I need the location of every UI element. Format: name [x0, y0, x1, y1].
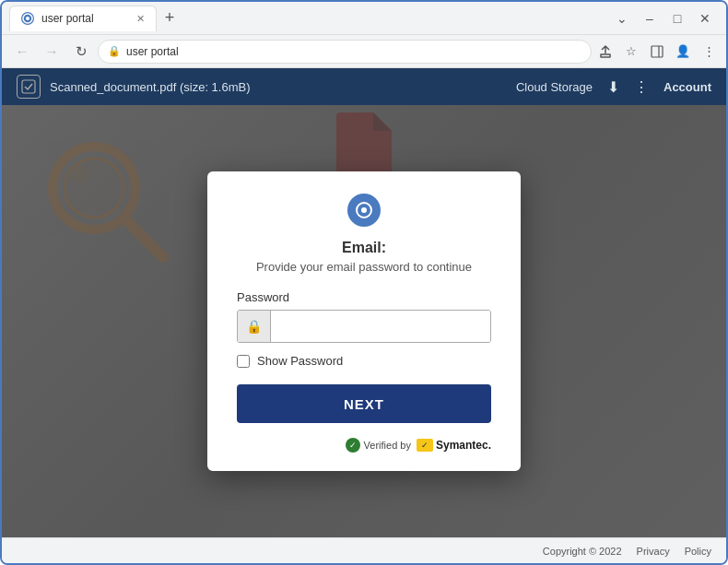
tab-title: user portal — [41, 12, 94, 25]
svg-point-10 — [361, 207, 367, 213]
verified-check-icon: ✓ — [346, 438, 360, 453]
tab-favicon — [21, 12, 34, 25]
url-text: user portal — [126, 45, 581, 58]
password-input-wrapper: 🔒 — [237, 310, 491, 343]
sidebar-icon[interactable] — [647, 41, 667, 62]
minimize-icon[interactable]: – — [640, 8, 660, 29]
header-more-icon[interactable]: ⋮ — [634, 78, 649, 96]
page-footer: Copyright © 2022 Privacy Policy — [2, 537, 726, 563]
address-bar-row: ← → ↻ 🔒 user portal ☆ 👤 ⋮ — [2, 35, 726, 68]
password-lock-icon: 🔒 — [238, 311, 271, 342]
show-password-row: Show Password — [237, 354, 491, 368]
address-bar[interactable]: 🔒 user portal — [98, 40, 592, 64]
back-button[interactable]: ← — [9, 39, 35, 65]
app-header-right: Cloud Storage ⬇ ⋮ Account — [516, 78, 711, 96]
password-input[interactable] — [271, 311, 490, 342]
close-icon[interactable]: ✕ — [695, 8, 715, 29]
verified-text: Verified by — [364, 440, 411, 451]
tab-close-icon[interactable]: ✕ — [136, 13, 145, 25]
bookmark-icon[interactable]: ☆ — [621, 41, 641, 62]
modal-logo — [237, 194, 491, 227]
password-label: Password — [237, 290, 491, 304]
main-content: JFIF — [2, 105, 726, 537]
chevron-down-icon[interactable]: ⌄ — [612, 8, 632, 29]
verified-row: ✓ Verified by ✓ Symantec. — [237, 438, 491, 453]
browser-right-icons: ☆ 👤 ⋮ — [595, 41, 719, 62]
lock-security-icon: 🔒 — [108, 45, 121, 57]
symantec-check-icon: ✓ — [417, 439, 433, 452]
next-button[interactable]: NEXT — [237, 384, 491, 423]
symantec-logo: ✓ Symantec. — [417, 439, 491, 452]
new-tab-button[interactable]: + — [157, 6, 182, 31]
browser-titlebar: user portal ✕ + ⌄ – □ ✕ — [2, 2, 726, 35]
profile-icon[interactable]: 👤 — [673, 41, 693, 62]
show-password-label[interactable]: Show Password — [257, 354, 343, 368]
privacy-link[interactable]: Privacy — [637, 546, 670, 557]
symantec-name: Symantec. — [436, 439, 491, 452]
restore-icon[interactable]: □ — [667, 8, 687, 29]
share-icon[interactable] — [595, 41, 616, 62]
reload-button[interactable]: ↻ — [68, 39, 94, 65]
svg-rect-2 — [652, 46, 663, 57]
app-logo-icon — [17, 75, 41, 99]
svg-rect-4 — [22, 80, 35, 93]
forward-button[interactable]: → — [39, 39, 65, 65]
filename-label: Scanned_document.pdf (size: 1.6mB) — [50, 80, 507, 94]
modal-overlay: Email: Provide your email password to co… — [2, 105, 726, 537]
download-icon[interactable]: ⬇ — [607, 78, 619, 96]
login-modal: Email: Provide your email password to co… — [207, 171, 521, 471]
modal-logo-icon — [347, 194, 381, 227]
policy-link[interactable]: Policy — [685, 546, 711, 557]
svg-point-1 — [26, 17, 29, 20]
app-header: Scanned_document.pdf (size: 1.6mB) Cloud… — [2, 68, 726, 105]
email-heading: Email: — [237, 240, 491, 256]
show-password-checkbox[interactable] — [237, 355, 250, 368]
modal-subtitle: Provide your email password to continue — [237, 260, 491, 274]
browser-frame: user portal ✕ + ⌄ – □ ✕ ← → ↻ 🔒 user por… — [0, 0, 728, 565]
cloud-storage-link[interactable]: Cloud Storage — [516, 80, 593, 94]
account-button[interactable]: Account — [663, 80, 711, 94]
menu-icon[interactable]: ⋮ — [699, 41, 719, 62]
verified-badge: ✓ Verified by — [346, 438, 411, 453]
window-controls: ⌄ – □ ✕ — [612, 8, 719, 29]
copyright-text: Copyright © 2022 — [543, 546, 622, 557]
browser-tab[interactable]: user portal ✕ — [9, 6, 157, 31]
tab-bar: user portal ✕ + — [9, 6, 606, 31]
